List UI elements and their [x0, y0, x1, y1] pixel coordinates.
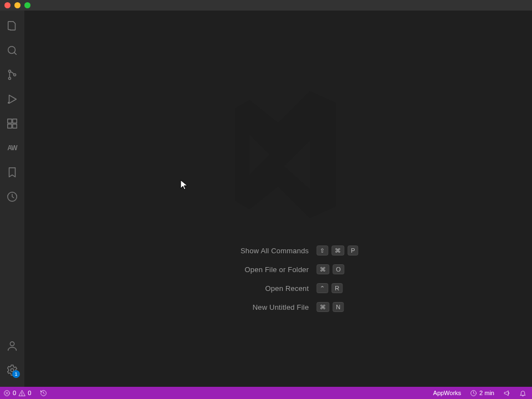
action-label: Show All Commands [198, 247, 309, 255]
key: ⌘ [316, 302, 329, 312]
key: N [332, 302, 344, 312]
action-open-recent[interactable]: Open Recent ⌃ R [198, 283, 358, 293]
bookmarks-icon[interactable] [0, 160, 24, 185]
action-label: Open File or Folder [198, 265, 309, 274]
error-circle-icon [3, 390, 11, 397]
svg-rect-6 [13, 119, 17, 123]
action-open-file-or-folder[interactable]: Open File or Folder ⌘ O [198, 264, 358, 274]
explorer-icon[interactable] [0, 14, 24, 38]
settings-badge: 1 [12, 370, 20, 378]
key: ⌘ [316, 264, 329, 274]
window-minimize-button[interactable] [14, 2, 21, 8]
action-keys: ⇧ ⌘ P [316, 245, 358, 255]
window-zoom-button[interactable] [24, 2, 30, 8]
vscode-watermark-icon [206, 83, 350, 229]
action-keys: ⌃ R [316, 283, 342, 293]
status-time-label: 2 min [479, 390, 494, 396]
search-icon[interactable] [0, 38, 24, 63]
action-keys: ⌘ N [316, 302, 344, 312]
account-icon[interactable] [0, 334, 24, 358]
key: O [332, 264, 344, 274]
key: ⇧ [316, 245, 328, 255]
action-label: New Untitled File [198, 303, 309, 311]
quick-actions: Show All Commands ⇧ ⌘ P Open File or Fol… [198, 245, 358, 312]
svg-rect-7 [8, 124, 12, 128]
svg-rect-5 [8, 119, 12, 123]
megaphone-icon [503, 390, 510, 397]
activity-bar: AW 1 [0, 11, 24, 387]
mouse-cursor-icon [180, 180, 188, 193]
status-error-count: 0 [13, 390, 16, 396]
history-icon [40, 390, 47, 397]
status-time[interactable]: 2 min [468, 387, 497, 399]
status-warning-count: 0 [28, 390, 31, 396]
title-bar [0, 0, 532, 11]
appworks-icon[interactable]: AW [0, 136, 24, 160]
warning-triangle-icon [18, 390, 25, 397]
status-problems[interactable]: 0 0 [1, 387, 33, 399]
key: R [331, 283, 342, 293]
svg-point-10 [10, 342, 14, 346]
status-appworks[interactable]: AppWorks [431, 387, 464, 399]
status-bar: 0 0 AppWorks 2 min [0, 387, 532, 399]
status-notifications[interactable] [517, 387, 529, 399]
key: ⌃ [316, 283, 328, 293]
action-new-untitled-file[interactable]: New Untitled File ⌘ N [198, 302, 358, 312]
svg-rect-8 [13, 124, 17, 128]
svg-point-13 [22, 395, 22, 395]
timeline-icon[interactable] [0, 185, 24, 209]
svg-point-4 [8, 103, 9, 104]
settings-icon[interactable]: 1 [0, 358, 24, 382]
status-appworks-label: AppWorks [433, 390, 462, 396]
key: P [347, 245, 358, 255]
window-close-button[interactable] [4, 2, 11, 8]
status-history[interactable] [38, 387, 49, 399]
run-debug-icon[interactable] [0, 87, 24, 111]
action-keys: ⌘ O [316, 264, 344, 274]
key: ⌘ [331, 245, 344, 255]
appworks-icon-label: AW [7, 144, 17, 152]
bell-icon [519, 390, 526, 397]
status-feedback[interactable] [501, 387, 513, 399]
svg-point-0 [8, 47, 16, 54]
clock-icon [470, 390, 477, 397]
editor-area: Show All Commands ⇧ ⌘ P Open File or Fol… [24, 11, 532, 387]
extensions-icon[interactable] [0, 111, 24, 136]
action-label: Open Recent [198, 284, 309, 293]
action-show-all-commands[interactable]: Show All Commands ⇧ ⌘ P [198, 245, 358, 255]
source-control-icon[interactable] [0, 63, 24, 87]
